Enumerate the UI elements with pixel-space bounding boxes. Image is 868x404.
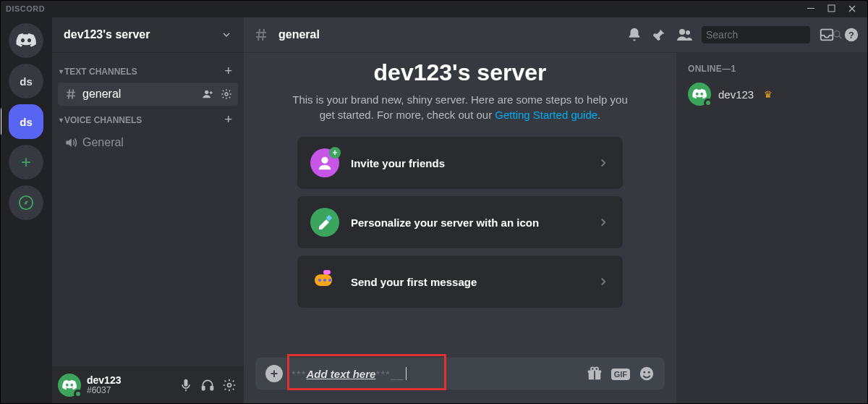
main-content: general ? <box>244 17 868 404</box>
window-maximize-button[interactable] <box>822 0 842 17</box>
message-input[interactable]: ***Add text here***__ <box>292 367 578 380</box>
svg-rect-15 <box>326 215 332 221</box>
username: dev123 <box>87 375 173 386</box>
chevron-right-icon <box>597 156 610 169</box>
channel-topbar: general ? <box>244 17 868 52</box>
title-bar: DISCORD <box>0 0 868 17</box>
member-list-button[interactable] <box>676 26 693 43</box>
window-minimize-button[interactable] <box>801 0 822 17</box>
svg-point-19 <box>323 279 326 282</box>
add-channel-button[interactable]: + <box>224 112 232 127</box>
svg-point-3 <box>205 91 208 94</box>
discord-logo-icon <box>16 30 36 51</box>
help-button[interactable]: ? <box>843 27 859 43</box>
member-item[interactable]: dev123 ♛ <box>682 80 862 109</box>
svg-point-25 <box>595 367 598 371</box>
channel-title: general <box>278 28 320 41</box>
explore-servers-button[interactable] <box>9 185 43 220</box>
status-online-icon <box>74 390 82 398</box>
inbox-button[interactable] <box>819 27 835 43</box>
user-info[interactable]: dev123 #6037 <box>87 375 173 396</box>
svg-rect-0 <box>807 8 814 9</box>
svg-rect-6 <box>210 387 213 390</box>
member-avatar <box>688 83 711 106</box>
user-settings-button[interactable] <box>222 378 238 392</box>
home-button[interactable] <box>9 23 43 58</box>
getting-started-link[interactable]: Getting Started guide <box>495 109 597 121</box>
pinned-messages-button[interactable] <box>651 27 667 43</box>
svg-point-28 <box>648 371 650 374</box>
gift-button[interactable] <box>587 366 603 382</box>
channel-name: general <box>82 88 195 101</box>
create-invite-icon[interactable] <box>202 88 213 100</box>
channel-general-text[interactable]: general <box>58 83 238 106</box>
notifications-button[interactable] <box>626 27 642 43</box>
speaker-icon <box>64 135 78 150</box>
window-close-button[interactable] <box>842 0 862 17</box>
svg-rect-5 <box>203 387 205 390</box>
chevron-right-icon <box>597 275 610 288</box>
server-rail: ds ds + <box>0 17 52 404</box>
emoji-button[interactable] <box>639 366 655 382</box>
channel-name: General <box>82 136 232 149</box>
svg-point-26 <box>640 367 653 380</box>
channel-general-voice[interactable]: General <box>58 131 238 154</box>
personalize-server-card[interactable]: Personalize your server with an icon <box>297 196 623 248</box>
send-first-message-card[interactable]: Send your first message <box>297 256 623 308</box>
active-server-indicator <box>0 107 1 136</box>
invite-icon <box>310 148 339 177</box>
svg-point-7 <box>228 384 231 387</box>
chevron-right-icon <box>597 216 610 229</box>
hash-icon <box>64 87 78 101</box>
invite-friends-card[interactable]: Invite your friends <box>297 137 623 189</box>
channel-sidebar: dev123's server ▾ Text Channels + genera… <box>52 17 244 404</box>
svg-point-18 <box>318 279 321 282</box>
add-channel-button[interactable]: + <box>224 64 232 79</box>
attach-button[interactable]: + <box>265 365 283 382</box>
text-cursor <box>406 367 407 380</box>
chat-icon <box>310 267 339 296</box>
server-header[interactable]: dev123's server <box>52 17 244 52</box>
svg-point-9 <box>686 30 690 35</box>
compass-icon <box>18 195 34 211</box>
user-avatar[interactable] <box>58 374 81 397</box>
svg-point-8 <box>679 29 685 35</box>
search-box[interactable] <box>702 26 810 43</box>
member-list: Online—1 dev123 ♛ <box>676 52 868 404</box>
svg-point-20 <box>328 279 331 282</box>
gif-button[interactable]: GIF <box>611 367 630 380</box>
category-voice-channels[interactable]: ▾ Voice Channels + <box>58 106 238 130</box>
server-name: dev123's server <box>64 28 150 41</box>
app-name: DISCORD <box>6 4 45 13</box>
welcome-description: This is your brand new, shiny server. He… <box>286 92 634 122</box>
current-server-item[interactable]: ds <box>9 104 43 139</box>
dm-server-item[interactable]: ds <box>9 64 43 98</box>
category-text-channels[interactable]: ▾ Text Channels + <box>58 58 238 82</box>
add-server-button[interactable]: + <box>9 145 43 180</box>
svg-text:?: ? <box>848 30 854 41</box>
svg-rect-17 <box>323 270 331 274</box>
svg-point-27 <box>643 371 645 374</box>
plus-icon: + <box>21 152 31 172</box>
svg-rect-1 <box>828 5 835 12</box>
chevron-down-icon <box>221 29 232 41</box>
message-composer[interactable]: + ***Add text here***__ GIF <box>255 358 665 390</box>
user-tag: #6037 <box>87 386 173 395</box>
channel-settings-icon[interactable] <box>221 88 232 100</box>
member-name: dev123 <box>718 88 754 101</box>
svg-point-24 <box>591 367 595 371</box>
server-owner-crown-icon: ♛ <box>764 89 773 100</box>
message-feed: dev123's server This is your brand new, … <box>244 52 676 404</box>
search-input[interactable] <box>706 29 833 41</box>
welcome-block: dev123's server This is your brand new, … <box>255 52 665 122</box>
chevron-down-icon: ▾ <box>59 67 63 75</box>
members-online-header: Online—1 <box>682 64 862 80</box>
svg-point-14 <box>321 157 328 164</box>
user-panel: dev123 #6037 <box>52 366 244 404</box>
welcome-cards: Invite your friends Personalize your ser… <box>297 137 623 308</box>
svg-rect-23 <box>594 370 595 379</box>
status-online-icon <box>704 98 712 107</box>
paint-icon <box>310 208 339 237</box>
mute-button[interactable] <box>179 378 195 392</box>
deafen-button[interactable] <box>200 378 216 392</box>
